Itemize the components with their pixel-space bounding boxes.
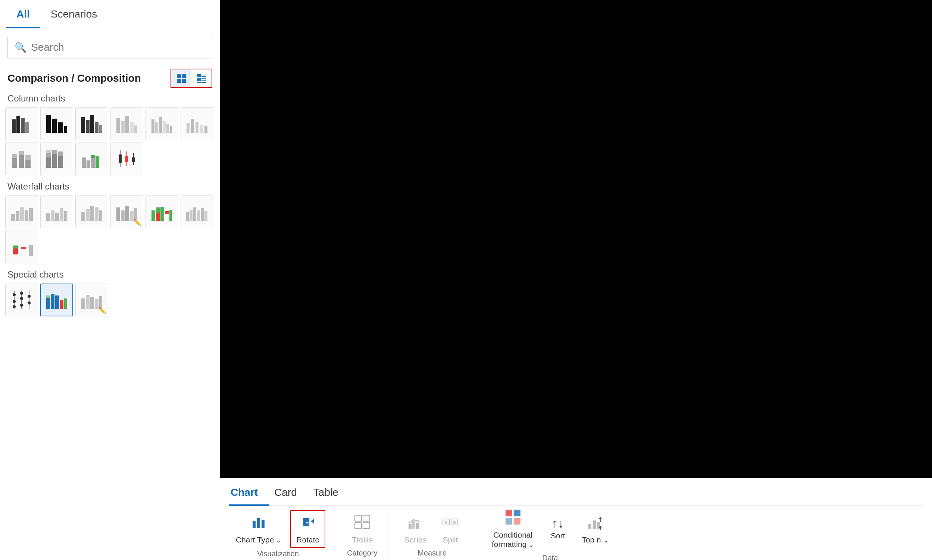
chart-item[interactable] <box>40 195 73 228</box>
split-icon <box>442 514 458 534</box>
toolbar-group-category: Trellis Category <box>336 506 388 560</box>
svg-rect-29 <box>134 125 137 133</box>
svg-rect-133 <box>363 523 370 529</box>
svg-rect-38 <box>195 122 198 133</box>
svg-point-112 <box>28 302 31 305</box>
conditional-formatting-label: Conditionalformatting <box>492 530 534 549</box>
svg-rect-120 <box>86 295 89 309</box>
tab-bar: All Scenarios <box>0 0 220 28</box>
split-button[interactable]: Split <box>435 511 465 547</box>
svg-rect-144 <box>506 510 512 516</box>
svg-rect-146 <box>506 518 512 525</box>
svg-rect-40 <box>205 126 208 133</box>
svg-rect-34 <box>166 124 169 133</box>
svg-rect-101 <box>29 245 33 256</box>
svg-rect-128 <box>303 518 309 520</box>
svg-rect-118 <box>46 295 50 298</box>
svg-rect-67 <box>16 211 19 221</box>
chart-item[interactable] <box>5 108 38 140</box>
topn-button[interactable]: Top n <box>577 511 614 548</box>
svg-rect-130 <box>355 515 361 521</box>
svg-rect-2 <box>177 79 181 83</box>
series-button[interactable]: Series <box>399 511 432 547</box>
conditional-formatting-button[interactable]: Conditionalformatting <box>486 506 539 552</box>
chart-item[interactable] <box>40 143 73 175</box>
chart-type-label: Chart Type <box>236 535 281 545</box>
sort-icon: ↑↓ <box>552 517 564 529</box>
svg-point-109 <box>20 304 23 307</box>
svg-rect-114 <box>51 294 54 309</box>
svg-rect-96 <box>201 208 204 221</box>
svg-point-139 <box>417 520 419 522</box>
conditional-formatting-icon <box>505 509 521 529</box>
split-label: Split <box>443 535 458 544</box>
svg-rect-6 <box>201 76 206 77</box>
chart-item[interactable] <box>75 195 108 228</box>
svg-rect-53 <box>58 151 63 156</box>
svg-rect-56 <box>91 155 95 158</box>
svg-rect-39 <box>200 125 203 133</box>
chart-item[interactable] <box>111 108 143 140</box>
svg-rect-132 <box>355 523 361 529</box>
chart-item[interactable] <box>5 231 38 263</box>
chart-item[interactable] <box>5 143 38 175</box>
chart-item[interactable] <box>181 195 214 228</box>
rotate-label: Rotate <box>296 535 319 544</box>
chart-item[interactable]: ✏️ <box>111 195 143 228</box>
chart-item[interactable] <box>111 143 143 175</box>
special-charts-grid: ✏️ <box>0 282 220 319</box>
chart-item[interactable] <box>146 195 178 228</box>
svg-rect-18 <box>58 122 63 133</box>
chart-item[interactable] <box>181 108 214 140</box>
grid-view-btn[interactable] <box>171 69 191 87</box>
sort-button[interactable]: ↑↓ Sort <box>543 514 573 543</box>
chart-item[interactable] <box>75 143 108 175</box>
svg-rect-69 <box>25 211 28 221</box>
svg-rect-98 <box>13 246 18 248</box>
svg-rect-87 <box>156 208 160 213</box>
chart-item[interactable] <box>75 108 108 140</box>
svg-rect-36 <box>186 123 189 133</box>
svg-rect-26 <box>121 121 125 133</box>
svg-rect-136 <box>416 523 419 529</box>
trellis-button[interactable]: Trellis <box>347 511 378 547</box>
trellis-label: Trellis <box>352 535 372 544</box>
toolbar-tab-table[interactable]: Table <box>312 478 349 506</box>
svg-rect-52 <box>58 156 63 168</box>
tab-all[interactable]: All <box>6 0 40 28</box>
svg-rect-25 <box>117 118 120 133</box>
edit-icon: ✏️ <box>133 218 141 226</box>
svg-rect-145 <box>514 510 520 516</box>
toolbar-tab-card[interactable]: Card <box>273 478 308 506</box>
list-view-btn[interactable] <box>191 69 212 87</box>
toolbar-tab-chart[interactable]: Chart <box>229 478 269 506</box>
svg-point-111 <box>28 295 31 298</box>
measure-items: Series Split <box>399 511 465 547</box>
chart-item[interactable] <box>146 108 178 140</box>
svg-rect-129 <box>306 522 309 523</box>
svg-rect-124 <box>252 521 255 528</box>
toolbar-group-data: Conditionalformatting ↑↓ Sort <box>476 506 624 560</box>
chart-type-button[interactable]: Chart Type <box>231 511 286 548</box>
svg-rect-135 <box>412 521 415 529</box>
svg-rect-80 <box>99 211 102 221</box>
tab-scenarios[interactable]: Scenarios <box>40 0 108 28</box>
sort-label: Sort <box>551 531 565 540</box>
search-input[interactable] <box>31 42 205 53</box>
svg-rect-48 <box>46 153 51 157</box>
svg-rect-83 <box>125 206 129 221</box>
bottom-toolbar: Chart Card Table <box>220 478 932 560</box>
chart-item[interactable] <box>40 108 73 140</box>
svg-rect-81 <box>117 208 120 221</box>
svg-rect-9 <box>201 80 206 81</box>
category-items: Trellis <box>347 511 378 547</box>
search-box: 🔍 <box>8 36 212 59</box>
chart-item[interactable] <box>40 283 73 316</box>
chart-item[interactable] <box>5 195 38 228</box>
chart-item[interactable] <box>5 283 38 316</box>
rotate-button[interactable]: Rotate <box>290 510 325 548</box>
svg-rect-92 <box>186 212 189 221</box>
edit-icon: ✏️ <box>98 306 106 314</box>
svg-rect-113 <box>46 298 50 309</box>
chart-item[interactable]: ✏️ <box>75 283 108 316</box>
